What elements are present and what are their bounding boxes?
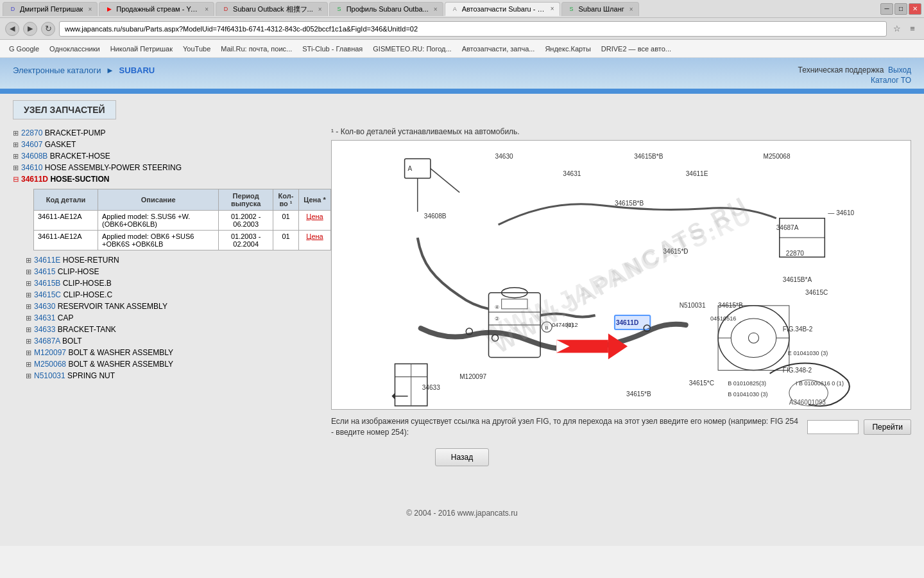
- part-link-22870[interactable]: 22870: [21, 128, 42, 137]
- part-link-34631[interactable]: 34631: [34, 313, 55, 322]
- browser-tab-tab1[interactable]: DДмитрий Петришак×: [3, 2, 98, 16]
- bookmark-item-3[interactable]: YouTube: [179, 44, 214, 54]
- bookmark-item-6[interactable]: GISMETEO.RU: Погод...: [369, 44, 455, 54]
- expand-icon-M120097[interactable]: ⊞: [26, 349, 31, 356]
- settings-icon[interactable]: ≡: [906, 22, 919, 35]
- part-label-34615C: CLIP-HOSE.C: [61, 290, 112, 299]
- tab-label: Subaru Шланг: [579, 5, 624, 13]
- part-label-34633: BRACKET-TANK: [55, 325, 116, 334]
- svg-text:I B 01000616 0 (1): I B 01000616 0 (1): [796, 380, 844, 387]
- expand-icon-34615B[interactable]: ⊞: [26, 279, 31, 287]
- part-link-M120097[interactable]: M120097: [34, 348, 66, 357]
- browser-tab-tab4[interactable]: SПрофиль Subaru Outba...×: [329, 2, 443, 16]
- part-link-34610[interactable]: 34610: [21, 163, 42, 172]
- fig-number-input[interactable]: [807, 420, 859, 434]
- expand-icon-34633[interactable]: ⊞: [26, 326, 31, 333]
- expand-icon-34607[interactable]: ⊞: [13, 141, 19, 148]
- bookmark-item-7[interactable]: Автозапчасти, запча...: [458, 44, 539, 54]
- part-link-34611D[interactable]: 34611D: [21, 175, 48, 184]
- tab-close-button[interactable]: ×: [88, 6, 92, 13]
- bookmark-item-1[interactable]: Одноклассники: [46, 44, 104, 54]
- tab-close-button[interactable]: ×: [434, 6, 438, 13]
- svg-text:B 01041030 (3): B 01041030 (3): [728, 391, 767, 398]
- parts-list-item-M250068: ⊞M250068 BOLT & WASHER ASSEMBLY: [13, 358, 321, 370]
- bookmark-item-5[interactable]: STi-Club - Главная: [298, 44, 366, 54]
- toolbar-icons: ☆ ≡: [891, 22, 919, 35]
- browser-tab-tab3[interactable]: DSubaru Outback 相撲フ...×: [216, 2, 328, 16]
- part-link-M250068[interactable]: M250068: [34, 360, 66, 369]
- expand-icon-22870[interactable]: ⊞: [13, 129, 19, 137]
- expand-icon-34615C[interactable]: ⊞: [26, 291, 31, 299]
- address-bar[interactable]: [59, 21, 887, 37]
- svg-text:FIG.348-2: FIG.348-2: [783, 367, 812, 374]
- svg-text:FIG.34B-2: FIG.34B-2: [783, 326, 813, 333]
- breadcrumb-catalog-link[interactable]: Электронные каталоги: [13, 66, 101, 75]
- back-button[interactable]: Назад: [435, 448, 489, 466]
- parts-list-item-34615B: ⊞34615B CLIP-HOSE.B: [13, 277, 321, 289]
- part-link-34607[interactable]: 34607: [21, 140, 42, 149]
- tab-favicon: S: [567, 4, 576, 13]
- header-left: Электронные каталоги ► SUBARU: [13, 62, 155, 79]
- expand-icon-34631[interactable]: ⊞: [26, 314, 31, 322]
- browser-tab-tab6[interactable]: SSubaru Шланг×: [561, 2, 639, 16]
- part-link-34615C[interactable]: 34615C: [34, 290, 61, 299]
- left-panel: ⊞22870 BRACKET-PUMP⊞34607 GASKET⊞34608B …: [13, 127, 321, 387]
- part-label-22870: BRACKET-PUMP: [42, 128, 105, 137]
- maximize-button[interactable]: □: [894, 3, 907, 15]
- main-content: УЗЕЛ ЗАПЧАСТЕЙ ⊞22870 BRACKET-PUMP⊞34607…: [0, 94, 924, 483]
- tab-close-button[interactable]: ×: [629, 6, 633, 13]
- minimize-button[interactable]: ─: [880, 3, 893, 15]
- window-controls[interactable]: ─ □ ✕: [880, 3, 921, 15]
- expand-icon-34687A[interactable]: ⊞: [26, 337, 31, 345]
- svg-text:②: ②: [495, 316, 499, 322]
- part-link-34630[interactable]: 34630: [34, 302, 55, 311]
- bookmark-item-9[interactable]: DRIVE2 — все авто...: [597, 44, 675, 54]
- parts-list-item-22870: ⊞22870 BRACKET-PUMP: [13, 127, 321, 139]
- expand-icon-M250068[interactable]: ⊞: [26, 360, 31, 368]
- bookmark-item-2[interactable]: Николай Петришак: [107, 44, 176, 54]
- forward-nav-button[interactable]: ▶: [23, 22, 37, 36]
- parts-list-item-M120097: ⊞M120097 BOLT & WASHER ASSEMBLY: [13, 347, 321, 358]
- browser-tab-tab2[interactable]: ▶Продажный стреам - Yo...×: [99, 2, 214, 16]
- expand-icon-34611E[interactable]: ⊞: [26, 256, 31, 264]
- price-link[interactable]: Цена: [306, 232, 323, 240]
- part-link-34615[interactable]: 34615: [34, 267, 55, 276]
- part-label-34615B: CLIP-HOSE.B: [60, 279, 111, 288]
- bookmark-item-4[interactable]: Mail.Ru: почта, поис...: [217, 44, 296, 54]
- go-button[interactable]: Перейти: [864, 419, 911, 435]
- price-link[interactable]: Цена: [306, 213, 323, 220]
- part-link-34687A[interactable]: 34687A: [34, 337, 60, 346]
- tab-close-button[interactable]: ×: [551, 5, 554, 12]
- expand-icon-34611D[interactable]: ⊟: [13, 175, 19, 183]
- table-header-3: Кол-во ¹: [273, 189, 299, 211]
- breadcrumb: Электронные каталоги ► SUBARU: [13, 62, 155, 79]
- expand-icon-34615[interactable]: ⊞: [26, 268, 31, 276]
- catalog-to-link[interactable]: Каталог ТО: [871, 76, 911, 85]
- table-code: 34611-AE12A: [34, 211, 98, 231]
- table-header-1: Описание: [98, 189, 219, 211]
- expand-icon-34610[interactable]: ⊞: [13, 164, 19, 171]
- expand-icon-N510031[interactable]: ⊞: [26, 372, 31, 380]
- tab-close-button[interactable]: ×: [318, 6, 322, 13]
- browser-tabs: DДмитрий Петришак×▶Продажный стреам - Yo…: [3, 2, 879, 16]
- back-nav-button[interactable]: ◀: [5, 22, 19, 36]
- part-link-34633[interactable]: 34633: [34, 325, 55, 334]
- expand-icon-34630[interactable]: ⊞: [26, 302, 31, 310]
- part-link-34615B[interactable]: 34615B: [34, 279, 60, 288]
- part-link-N510031[interactable]: N510031: [34, 371, 65, 380]
- bookmark-item-8[interactable]: Яндекс.Карты: [541, 44, 594, 54]
- parts-list-item-34633: ⊞34633 BRACKET-TANK: [13, 324, 321, 335]
- diagram-note: ¹ - Кол-во деталей устанавливаемых на ав…: [331, 127, 911, 136]
- bookmark-item-0[interactable]: G Google: [5, 44, 43, 54]
- star-icon[interactable]: ☆: [891, 22, 903, 35]
- tab-favicon: D: [8, 4, 17, 13]
- parts-list-item-34607: ⊞34607 GASKET: [13, 139, 321, 150]
- logout-link[interactable]: Выход: [888, 66, 911, 74]
- expand-icon-34608B[interactable]: ⊞: [13, 152, 19, 160]
- tab-close-button[interactable]: ×: [205, 6, 209, 13]
- reload-button[interactable]: ↻: [41, 22, 55, 36]
- part-link-34608B[interactable]: 34608B: [21, 152, 47, 161]
- part-link-34611E[interactable]: 34611E: [34, 256, 60, 265]
- close-button[interactable]: ✕: [909, 3, 921, 15]
- browser-tab-tab5[interactable]: AАвтозапчасти Subaru - з...×: [445, 2, 560, 16]
